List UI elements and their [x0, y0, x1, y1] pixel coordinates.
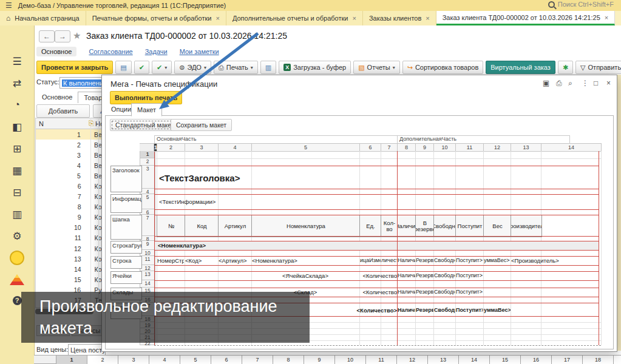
sort-goods-button[interactable]: ↪Сортировка товаров — [402, 61, 484, 74]
col-header[interactable]: 1 — [154, 143, 157, 152]
col-header[interactable]: 4 — [219, 143, 252, 152]
sidebar-settings-gear-icon[interactable]: ⚙ — [0, 227, 34, 245]
cell-title[interactable]: <ТекстЗаголовка> — [159, 172, 402, 184]
section-shapka[interactable]: Шапка — [110, 215, 142, 240]
col-header[interactable]: 14 — [541, 143, 602, 152]
goods-row[interactable]: 1Вен — [36, 129, 104, 140]
row-cell[interactable]: <Производитель> — [511, 256, 566, 265]
col-header[interactable]: 10 — [434, 143, 456, 152]
cell-info[interactable]: <ТекстИнформации> — [159, 197, 402, 206]
col-header[interactable]: 7 — [381, 143, 398, 152]
tab-home[interactable]: ⌂ Начальная страница — [0, 11, 86, 25]
nav-link-tasks[interactable]: Задачи — [145, 48, 168, 55]
close-tab-icon[interactable]: × — [352, 15, 356, 22]
row-cell[interactable]: ицаИзмер — [360, 256, 381, 265]
dialog-more-icon[interactable]: ⋮ — [582, 79, 589, 87]
sklad-row-cell[interactable]: Резервы> — [416, 288, 433, 297]
col-header[interactable]: 12 — [484, 143, 511, 152]
main-menu-icon[interactable]: ☰ — [5, 1, 12, 10]
footer-row-cell[interactable]: уммаВес> — [484, 306, 511, 315]
reports-button[interactable]: ▧Отчеты▾ — [353, 61, 399, 74]
tab-additional-reports[interactable]: Дополнительные отчеты и обработки × — [226, 11, 363, 25]
col-header[interactable]: 9 — [416, 143, 434, 152]
sidebar-crm-icon[interactable]: ⇄ — [0, 74, 34, 92]
cap-cell[interactable]: Код — [185, 215, 219, 237]
ruler-cell[interactable]: 8 — [273, 355, 304, 364]
price-kind-field[interactable]: Цена поступ — [68, 344, 106, 356]
ruler-cell[interactable]: 9 — [304, 355, 335, 364]
sklad-row-cell[interactable]: Поступит> — [456, 288, 483, 297]
cells-row-cell[interactable]: Поступит> — [456, 271, 483, 280]
save-layout-button[interactable]: Сохранить макет — [171, 119, 232, 131]
col-header[interactable]: 3 — [185, 143, 219, 152]
save-button[interactable]: ▤ — [115, 61, 131, 74]
ruler-cell[interactable]: 5 — [180, 355, 211, 364]
col-header[interactable]: 5 — [252, 143, 360, 152]
group-row-cell[interactable]: <Номенклатура> — [154, 241, 599, 250]
send-button[interactable]: ▽Отправить▾ — [575, 61, 621, 74]
cap-cell[interactable]: Наличие — [397, 215, 416, 237]
ruler-cell[interactable]: 7 — [242, 355, 273, 364]
sklad-row-cell[interactable]: Свободно> — [434, 288, 455, 297]
copy-doc-button[interactable]: ▥ — [260, 61, 276, 74]
section-strokagrup[interactable]: СтрокаГруп — [110, 241, 142, 254]
footer-row-cell[interactable]: Свободно> — [434, 306, 455, 315]
virtual-order-button[interactable]: Виртуальный заказ — [486, 61, 555, 74]
cells-row-cell[interactable]: Свободно> — [434, 271, 455, 280]
row-cell[interactable]: личество> — [381, 256, 397, 265]
section-zagolovok[interactable]: Заголовок — [110, 166, 142, 192]
cells-row-cell[interactable]: <ЯчейкаСклада> — [252, 271, 359, 280]
run-print-button[interactable]: Выполнить печать — [110, 91, 182, 104]
sklad-row-cell[interactable]: <Количество — [359, 288, 397, 297]
sidebar-pyramid-icon[interactable] — [0, 271, 34, 289]
sidebar-menu-icon[interactable]: ☰ — [0, 52, 34, 70]
ruler-cell[interactable]: 13 — [428, 355, 459, 364]
ruler-cell[interactable]: 10 — [335, 355, 366, 364]
footer-row-cell[interactable]: Наличие> — [398, 306, 415, 315]
cap-cell[interactable]: Вес — [483, 215, 512, 237]
favorite-star-icon[interactable]: ★ — [73, 30, 81, 41]
sidebar-money-coin-icon[interactable] — [0, 249, 34, 267]
row-header[interactable]: 1 — [140, 151, 155, 158]
ruler-cell[interactable]: 11 — [366, 355, 397, 364]
row-cell[interactable]: <Номенклатура> — [252, 256, 359, 265]
close-tab-icon[interactable]: × — [605, 14, 608, 21]
footer-row-cell[interactable]: Резервы> — [416, 306, 433, 315]
print-button[interactable]: ⎙Печать▾ — [214, 61, 258, 74]
row-cell[interactable]: Резервы> — [416, 256, 433, 265]
row-header[interactable]: 2 — [140, 158, 155, 166]
nav-link-main[interactable]: Основное — [36, 47, 76, 56]
tab-osnovnoe[interactable]: Основное — [36, 92, 78, 103]
col-header[interactable]: 2 — [157, 143, 185, 152]
ruler-cell[interactable]: 1 — [56, 355, 87, 364]
row-cell[interactable]: Свободно> — [434, 256, 455, 265]
sidebar-warehouse-grid-icon[interactable]: ▦ — [0, 161, 34, 180]
footer-row-cell[interactable]: <Количество> — [356, 306, 397, 315]
ruler-cell[interactable]: 6 — [211, 355, 242, 364]
ruler-cell[interactable]: 3 — [118, 355, 149, 364]
cap-cell[interactable]: Свободно — [433, 215, 456, 237]
sidebar-purchases-briefcase-icon[interactable]: ◧ — [0, 118, 34, 136]
goods-row[interactable]: 14Кон — [36, 264, 104, 274]
forward-arrow-button[interactable]: → — [55, 30, 70, 42]
close-tab-icon[interactable]: × — [426, 15, 429, 22]
goods-row[interactable]: 11Кон — [36, 233, 104, 243]
cap-cell[interactable]: Производитель — [511, 215, 542, 237]
nav-link-approval[interactable]: Согласование — [89, 48, 132, 55]
goods-row[interactable]: 4Вен — [36, 160, 104, 170]
goods-row[interactable]: 9Кон — [36, 212, 104, 223]
ruler-cell[interactable]: 15 — [490, 355, 521, 364]
post-menu-button[interactable]: ✔▾ — [152, 61, 172, 74]
row-cell[interactable]: <Артикул> — [219, 256, 251, 265]
cap-cell[interactable]: Номенклатура — [251, 215, 361, 237]
tab-client-order-active[interactable]: Заказ клиента ТД00-000002 от 10.03.2026 … — [436, 11, 616, 25]
row-cell[interactable]: Поступит> — [456, 256, 483, 265]
tab-client-orders[interactable]: Заказы клиентов × — [363, 11, 436, 25]
col-header[interactable]: 11 — [456, 143, 484, 152]
row-cell[interactable]: <Код> — [185, 256, 217, 265]
back-arrow-button[interactable]: ← — [39, 30, 55, 42]
goods-row[interactable]: 10Кон — [36, 223, 104, 233]
row-cell[interactable]: НомерСтро — [157, 256, 184, 265]
load-buffer-button[interactable]: XЗагрузка - буфер — [279, 61, 351, 74]
tab-print-forms[interactable]: Печатные формы, отчеты и обработки × — [86, 11, 226, 25]
